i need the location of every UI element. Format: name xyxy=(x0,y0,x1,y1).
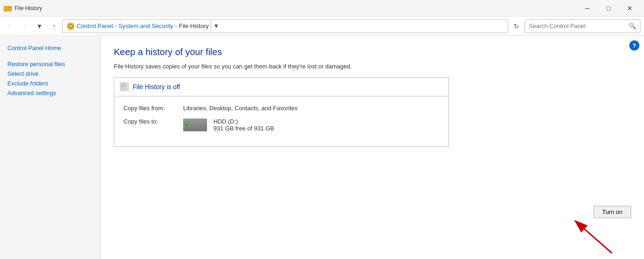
breadcrumb-system-security[interactable]: System and Security xyxy=(118,23,173,29)
turn-on-button[interactable]: Turn on xyxy=(594,206,631,218)
copy-to-row: Copy files to: HDD (D:) 931 GB free of 9… xyxy=(123,118,439,132)
svg-point-3 xyxy=(10,7,11,9)
address-dropdown-button[interactable]: ▼ xyxy=(211,19,222,33)
sidebar-item-restore-personal-files[interactable]: Restore personal files xyxy=(0,59,101,69)
search-input[interactable] xyxy=(529,23,627,29)
search-box[interactable]: 🔍 xyxy=(525,19,640,33)
recent-locations-button[interactable]: ▼ xyxy=(33,20,46,33)
drive-info: HDD (D:) 931 GB free of 931 GB xyxy=(213,118,274,132)
forward-button[interactable]: → xyxy=(18,20,31,33)
drive-space: 931 GB free of 931 GB xyxy=(213,125,274,132)
svg-rect-8 xyxy=(122,85,125,85)
svg-rect-1 xyxy=(4,6,8,7)
copy-from-label: Copy files from: xyxy=(123,105,183,112)
copy-from-row: Copy files from: Libraries, Desktop, Con… xyxy=(123,105,439,112)
drive-row: HDD (D:) 931 GB free of 931 GB xyxy=(183,118,274,132)
content-area: ? Keep a history of your files File Hist… xyxy=(101,36,644,259)
app-icon xyxy=(4,4,12,12)
file-history-icon xyxy=(120,82,129,91)
sidebar-item-select-drive[interactable]: Select drive xyxy=(0,69,101,79)
file-history-header: File History is off xyxy=(114,78,448,96)
file-history-status: File History is off xyxy=(133,83,180,90)
breadcrumb-control-panel[interactable]: Control Panel xyxy=(77,23,113,29)
up-button[interactable]: ↑ xyxy=(48,20,61,33)
maximize-button[interactable]: □ xyxy=(598,0,619,17)
sidebar: Control Panel Home Restore personal file… xyxy=(0,36,101,259)
sidebar-item-exclude-folders[interactable]: Exclude folders xyxy=(0,79,101,88)
copy-from-value: Libraries, Desktop, Contacts, and Favori… xyxy=(183,105,297,112)
drive-icon xyxy=(183,118,207,131)
close-button[interactable]: ✕ xyxy=(619,0,640,17)
back-button[interactable]: ← xyxy=(4,20,17,33)
copy-to-label: Copy files to: xyxy=(123,118,183,132)
file-history-panel: File History is off Copy files from: Lib… xyxy=(114,77,449,147)
refresh-button[interactable]: ↻ xyxy=(510,20,523,33)
svg-line-12 xyxy=(575,221,612,253)
file-history-body: Copy files from: Libraries, Desktop, Con… xyxy=(114,96,448,146)
window-controls: ─ □ ✕ xyxy=(577,0,640,17)
address-bar: ← → ▼ ↑ Control Panel › System and Secur… xyxy=(0,17,644,36)
breadcrumb-file-history: File History xyxy=(179,23,209,29)
sidebar-item-advanced-settings[interactable]: Advanced settings xyxy=(0,88,101,98)
page-title: Keep a history of your files xyxy=(114,47,631,57)
page-description: File History saves copies of your files … xyxy=(114,63,631,70)
search-icon: 🔍 xyxy=(629,23,636,29)
svg-rect-9 xyxy=(122,86,125,86)
svg-point-6 xyxy=(70,25,72,27)
arrow-annotation xyxy=(561,214,616,257)
path-icon xyxy=(67,22,75,30)
title-bar: File History ─ □ ✕ xyxy=(0,0,644,17)
main-layout: Control Panel Home Restore personal file… xyxy=(0,36,644,259)
window-title: File History xyxy=(15,5,577,11)
svg-rect-10 xyxy=(122,87,124,87)
address-box[interactable]: Control Panel › System and Security › Fi… xyxy=(62,19,508,33)
drive-name: HDD (D:) xyxy=(213,118,274,125)
help-button[interactable]: ? xyxy=(629,40,639,51)
minimize-button[interactable]: ─ xyxy=(577,0,598,17)
sidebar-item-control-panel-home[interactable]: Control Panel Home xyxy=(0,43,101,53)
